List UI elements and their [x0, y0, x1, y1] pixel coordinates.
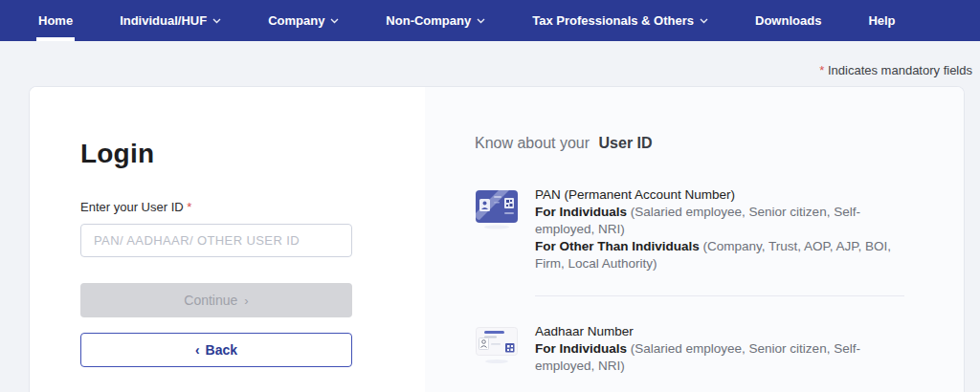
nav-item-non-company[interactable]: Non-Company: [386, 0, 485, 41]
required-asterisk: *: [187, 200, 191, 214]
nav-item-help[interactable]: Help: [868, 0, 895, 41]
nav-item-tax-professionals[interactable]: Tax Professionals & Others: [532, 0, 708, 41]
list-item-aadhaar: Aadhaar Number For Individuals (Salaried…: [475, 323, 964, 375]
continue-button[interactable]: Continue›: [80, 283, 352, 317]
user-id-label: Enter your User ID *: [80, 200, 425, 214]
pan-individuals-line: For Individuals (Salaried employee, Seni…: [535, 204, 906, 238]
chevron-down-icon: [700, 18, 708, 24]
nav-item-label: Non-Company: [386, 13, 471, 28]
login-form-section: Login Enter your User ID * Continue› ‹Ba…: [30, 87, 425, 392]
nav-item-label: Company: [268, 13, 324, 28]
chevron-down-icon: [212, 18, 221, 24]
chevron-left-icon: ‹: [195, 342, 200, 358]
nav-item-label: Help: [868, 13, 895, 28]
back-button[interactable]: ‹Back: [80, 333, 352, 367]
nav-item-label: Individual/HUF: [120, 13, 207, 28]
mandatory-fields-note: * Indicates mandatory fields: [819, 63, 972, 77]
nav-item-label: Downloads: [755, 13, 821, 28]
know-about-heading: Know about your User ID: [475, 135, 964, 152]
user-id-input[interactable]: [80, 224, 352, 257]
aadhaar-card-icon: [475, 323, 519, 375]
chevron-right-icon: ›: [244, 294, 248, 308]
mandatory-fields-text: Indicates mandatory fields: [828, 63, 972, 77]
login-card: Login Enter your User ID * Continue› ‹Ba…: [29, 86, 965, 392]
nav-item-home[interactable]: Home: [38, 0, 73, 41]
pan-card-icon: [475, 186, 519, 272]
know-about-section: Know about your User ID: [425, 87, 964, 392]
aadhaar-description: Aadhaar Number For Individuals (Salaried…: [535, 323, 906, 375]
nav-item-label: Tax Professionals & Others: [532, 13, 694, 28]
nav-item-downloads[interactable]: Downloads: [755, 0, 821, 41]
aadhaar-individuals-line: For Individuals (Salaried employee, Seni…: [535, 340, 906, 375]
chevron-down-icon: [477, 18, 485, 24]
pan-description: PAN (Permanent Account Number) For Indiv…: [535, 186, 906, 272]
list-item-pan: PAN (Permanent Account Number) For Indiv…: [475, 186, 964, 272]
page-title: Login: [80, 139, 425, 169]
divider: [535, 295, 904, 296]
required-asterisk: *: [819, 63, 824, 77]
nav-item-company[interactable]: Company: [268, 0, 339, 41]
pan-other-than-individuals-line: For Other Than Individuals (Company, Tru…: [535, 238, 906, 272]
aadhaar-title: Aadhaar Number: [535, 323, 906, 340]
chevron-down-icon: [330, 18, 339, 24]
nav-item-label: Home: [38, 13, 73, 28]
nav-item-individual-huf[interactable]: Individual/HUF: [120, 0, 221, 41]
pan-title: PAN (Permanent Account Number): [535, 186, 906, 204]
top-navbar: Home Individual/HUF Company Non-Company …: [0, 0, 980, 41]
